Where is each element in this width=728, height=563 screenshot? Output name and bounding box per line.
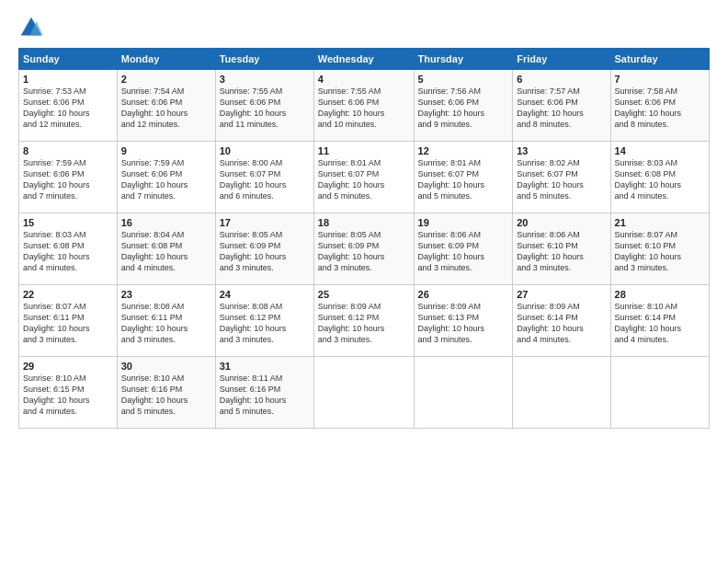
day-number: 16 — [121, 217, 211, 228]
day-number: 25 — [318, 289, 410, 300]
day-number: 27 — [517, 289, 606, 300]
weekday-header-saturday: Saturday — [610, 49, 709, 70]
calendar-cell: 31Sunrise: 8:11 AM Sunset: 6:16 PM Dayli… — [215, 357, 313, 429]
calendar-cell: 27Sunrise: 8:09 AM Sunset: 6:14 PM Dayli… — [513, 285, 610, 357]
day-info: Sunrise: 7:54 AM Sunset: 6:06 PM Dayligh… — [121, 86, 211, 131]
calendar-cell: 12Sunrise: 8:01 AM Sunset: 6:07 PM Dayli… — [414, 142, 513, 213]
calendar-cell: 15Sunrise: 8:03 AM Sunset: 6:08 PM Dayli… — [19, 213, 118, 285]
day-number: 22 — [23, 289, 113, 300]
day-info: Sunrise: 8:09 AM Sunset: 6:12 PM Dayligh… — [318, 301, 410, 346]
day-info: Sunrise: 8:09 AM Sunset: 6:14 PM Dayligh… — [517, 301, 606, 346]
day-info: Sunrise: 7:55 AM Sunset: 6:06 PM Dayligh… — [318, 86, 410, 131]
day-info: Sunrise: 8:04 AM Sunset: 6:08 PM Dayligh… — [121, 229, 211, 274]
day-number: 31 — [220, 361, 310, 372]
day-number: 14 — [615, 145, 705, 156]
day-number: 6 — [517, 74, 606, 85]
day-info: Sunrise: 7:55 AM Sunset: 6:06 PM Dayligh… — [220, 86, 310, 131]
calendar-cell: 17Sunrise: 8:05 AM Sunset: 6:09 PM Dayli… — [215, 213, 313, 285]
header — [18, 15, 710, 40]
day-number: 30 — [121, 361, 211, 372]
day-info: Sunrise: 8:10 AM Sunset: 6:14 PM Dayligh… — [615, 301, 705, 346]
day-info: Sunrise: 8:00 AM Sunset: 6:07 PM Dayligh… — [220, 157, 310, 202]
calendar-cell: 24Sunrise: 8:08 AM Sunset: 6:12 PM Dayli… — [215, 285, 313, 357]
calendar-cell: 20Sunrise: 8:06 AM Sunset: 6:10 PM Dayli… — [513, 213, 610, 285]
day-info: Sunrise: 8:03 AM Sunset: 6:08 PM Dayligh… — [23, 229, 113, 274]
calendar-cell: 22Sunrise: 8:07 AM Sunset: 6:11 PM Dayli… — [19, 285, 118, 357]
day-number: 26 — [418, 289, 509, 300]
day-info: Sunrise: 8:06 AM Sunset: 6:10 PM Dayligh… — [517, 229, 606, 274]
day-info: Sunrise: 7:58 AM Sunset: 6:06 PM Dayligh… — [615, 86, 705, 131]
calendar-cell: 16Sunrise: 8:04 AM Sunset: 6:08 PM Dayli… — [117, 213, 215, 285]
calendar-week-2: 8Sunrise: 7:59 AM Sunset: 6:06 PM Daylig… — [19, 142, 710, 213]
calendar-cell — [513, 357, 610, 429]
day-number: 4 — [318, 74, 410, 85]
calendar-cell: 19Sunrise: 8:06 AM Sunset: 6:09 PM Dayli… — [414, 213, 513, 285]
weekday-header-wednesday: Wednesday — [313, 49, 414, 70]
day-info: Sunrise: 8:10 AM Sunset: 6:16 PM Dayligh… — [121, 373, 211, 418]
calendar-cell: 7Sunrise: 7:58 AM Sunset: 6:06 PM Daylig… — [610, 70, 709, 142]
day-info: Sunrise: 7:57 AM Sunset: 6:06 PM Dayligh… — [517, 86, 606, 131]
calendar-cell: 1Sunrise: 7:53 AM Sunset: 6:06 PM Daylig… — [19, 70, 118, 142]
calendar-cell: 11Sunrise: 8:01 AM Sunset: 6:07 PM Dayli… — [313, 142, 414, 213]
calendar-week-3: 15Sunrise: 8:03 AM Sunset: 6:08 PM Dayli… — [19, 213, 710, 285]
calendar-cell: 30Sunrise: 8:10 AM Sunset: 6:16 PM Dayli… — [117, 357, 215, 429]
day-info: Sunrise: 7:53 AM Sunset: 6:06 PM Dayligh… — [23, 86, 113, 131]
day-number: 17 — [220, 217, 310, 228]
calendar-cell: 3Sunrise: 7:55 AM Sunset: 6:06 PM Daylig… — [215, 70, 313, 142]
day-info: Sunrise: 7:59 AM Sunset: 6:06 PM Dayligh… — [121, 157, 211, 202]
calendar-cell: 8Sunrise: 7:59 AM Sunset: 6:06 PM Daylig… — [19, 142, 118, 213]
weekday-header-monday: Monday — [117, 49, 215, 70]
calendar-cell — [313, 357, 414, 429]
day-info: Sunrise: 7:59 AM Sunset: 6:06 PM Dayligh… — [23, 157, 113, 202]
weekday-header-thursday: Thursday — [414, 49, 513, 70]
calendar-body: 1Sunrise: 7:53 AM Sunset: 6:06 PM Daylig… — [19, 70, 710, 429]
day-info: Sunrise: 8:09 AM Sunset: 6:13 PM Dayligh… — [418, 301, 509, 346]
calendar-cell: 4Sunrise: 7:55 AM Sunset: 6:06 PM Daylig… — [313, 70, 414, 142]
calendar-cell: 26Sunrise: 8:09 AM Sunset: 6:13 PM Dayli… — [414, 285, 513, 357]
day-number: 19 — [418, 217, 509, 228]
day-number: 7 — [615, 74, 705, 85]
day-info: Sunrise: 8:01 AM Sunset: 6:07 PM Dayligh… — [318, 157, 410, 202]
day-info: Sunrise: 8:06 AM Sunset: 6:09 PM Dayligh… — [418, 229, 509, 274]
day-info: Sunrise: 8:05 AM Sunset: 6:09 PM Dayligh… — [318, 229, 410, 274]
day-number: 21 — [615, 217, 705, 228]
day-number: 11 — [318, 145, 410, 156]
calendar-header: SundayMondayTuesdayWednesdayThursdayFrid… — [19, 49, 710, 70]
day-info: Sunrise: 8:07 AM Sunset: 6:10 PM Dayligh… — [615, 229, 705, 274]
logo-icon — [18, 15, 44, 40]
logo — [18, 15, 48, 40]
calendar-cell: 29Sunrise: 8:10 AM Sunset: 6:15 PM Dayli… — [19, 357, 118, 429]
day-number: 8 — [23, 145, 113, 156]
day-info: Sunrise: 8:02 AM Sunset: 6:07 PM Dayligh… — [517, 157, 606, 202]
day-number: 2 — [121, 74, 211, 85]
calendar-week-1: 1Sunrise: 7:53 AM Sunset: 6:06 PM Daylig… — [19, 70, 710, 142]
calendar-cell: 13Sunrise: 8:02 AM Sunset: 6:07 PM Dayli… — [513, 142, 610, 213]
day-info: Sunrise: 8:11 AM Sunset: 6:16 PM Dayligh… — [220, 373, 310, 418]
calendar-cell — [414, 357, 513, 429]
day-number: 12 — [418, 145, 509, 156]
calendar-cell: 5Sunrise: 7:56 AM Sunset: 6:06 PM Daylig… — [414, 70, 513, 142]
calendar-cell: 6Sunrise: 7:57 AM Sunset: 6:06 PM Daylig… — [513, 70, 610, 142]
day-number: 29 — [23, 361, 113, 372]
day-info: Sunrise: 7:56 AM Sunset: 6:06 PM Dayligh… — [418, 86, 509, 131]
day-number: 1 — [23, 74, 113, 85]
day-number: 9 — [121, 145, 211, 156]
day-info: Sunrise: 8:08 AM Sunset: 6:11 PM Dayligh… — [121, 301, 211, 346]
weekday-header-sunday: Sunday — [19, 49, 118, 70]
calendar-cell: 21Sunrise: 8:07 AM Sunset: 6:10 PM Dayli… — [610, 213, 709, 285]
page: SundayMondayTuesdayWednesdayThursdayFrid… — [0, 0, 728, 563]
day-info: Sunrise: 8:01 AM Sunset: 6:07 PM Dayligh… — [418, 157, 509, 202]
day-info: Sunrise: 8:10 AM Sunset: 6:15 PM Dayligh… — [23, 373, 113, 418]
day-number: 28 — [615, 289, 705, 300]
calendar-week-5: 29Sunrise: 8:10 AM Sunset: 6:15 PM Dayli… — [19, 357, 710, 429]
day-number: 24 — [220, 289, 310, 300]
day-number: 5 — [418, 74, 509, 85]
calendar-cell: 9Sunrise: 7:59 AM Sunset: 6:06 PM Daylig… — [117, 142, 215, 213]
day-number: 23 — [121, 289, 211, 300]
calendar-cell: 18Sunrise: 8:05 AM Sunset: 6:09 PM Dayli… — [313, 213, 414, 285]
day-info: Sunrise: 8:07 AM Sunset: 6:11 PM Dayligh… — [23, 301, 113, 346]
day-number: 3 — [220, 74, 310, 85]
calendar-cell: 2Sunrise: 7:54 AM Sunset: 6:06 PM Daylig… — [117, 70, 215, 142]
day-number: 15 — [23, 217, 113, 228]
calendar-cell: 14Sunrise: 8:03 AM Sunset: 6:08 PM Dayli… — [610, 142, 709, 213]
